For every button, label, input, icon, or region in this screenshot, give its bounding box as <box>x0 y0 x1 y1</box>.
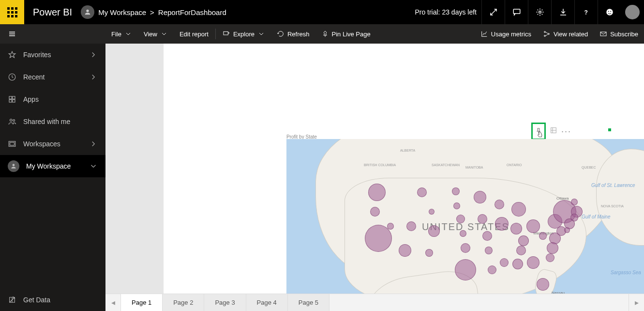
nav-label: Recent <box>23 73 45 81</box>
breadcrumb-workspace[interactable]: My Workspace <box>98 8 146 16</box>
page-tab-5[interactable]: Page 5 <box>288 294 329 311</box>
view-related-button[interactable]: View related <box>537 24 594 44</box>
bubble-wyoming[interactable] <box>429 209 434 215</box>
nav-apps[interactable]: Apps <box>0 88 105 110</box>
usage-metrics-button[interactable]: Usage metrics <box>475 24 537 44</box>
bubble-vermont[interactable] <box>571 199 578 205</box>
bubble-tennessee[interactable] <box>516 246 526 255</box>
bubble-arizona[interactable] <box>399 244 411 257</box>
bubble-florida[interactable] <box>537 278 549 291</box>
bubble-south-dakota[interactable] <box>453 202 460 209</box>
bubble-illinois[interactable] <box>495 217 509 231</box>
svg-point-9 <box>544 35 546 37</box>
water-label: Gulf of St. Lawrence <box>591 183 635 188</box>
nav-favorites[interactable]: Favorites <box>0 44 105 66</box>
focus-icon <box>550 126 557 134</box>
bubble-alabama[interactable] <box>512 259 523 269</box>
view-menu[interactable]: View <box>138 24 174 44</box>
bubble-indiana[interactable] <box>510 223 522 234</box>
bubble-south-carolina[interactable] <box>546 253 554 262</box>
visual-header-icons: ··· <box>531 123 571 140</box>
svg-point-8 <box>544 31 546 33</box>
bubble-wisconsin[interactable] <box>494 200 504 209</box>
feedback-button[interactable] <box>598 0 621 24</box>
bubble-georgia[interactable] <box>527 256 539 269</box>
page-tab-4[interactable]: Page 4 <box>246 294 288 311</box>
svg-point-2 <box>539 11 541 14</box>
file-menu[interactable]: File <box>105 24 138 44</box>
bubble-oregon[interactable] <box>370 207 380 217</box>
report-canvas[interactable]: Profit by State ··· UNITED STATES MEXICO… <box>105 44 644 294</box>
nav-recent[interactable]: Recent <box>0 66 105 88</box>
related-icon <box>543 30 551 38</box>
tab-prev-button[interactable]: ◂ <box>105 294 121 311</box>
bubble-utah[interactable] <box>406 221 416 231</box>
region-label: SASKATCHEWAN <box>432 163 460 167</box>
page-tab-2[interactable]: Page 2 <box>163 294 204 311</box>
bubble-new-mexico[interactable] <box>425 249 433 257</box>
page-tab-1[interactable]: Page 1 <box>121 294 163 311</box>
bubble-north-carolina[interactable] <box>547 242 558 254</box>
region-label: ONTARIO <box>507 163 522 167</box>
bubble-kansas[interactable] <box>460 230 466 237</box>
tab-label: Page 5 <box>299 299 318 306</box>
download-button[interactable] <box>551 0 574 24</box>
focus-mode-button[interactable] <box>550 126 557 136</box>
bubble-texas[interactable] <box>455 259 476 280</box>
bubble-ohio[interactable] <box>526 219 540 233</box>
nav-label: Favorites <box>23 51 51 59</box>
subscribe-button[interactable]: Subscribe <box>594 24 644 44</box>
bubble-michigan[interactable] <box>511 202 526 217</box>
pin-live-page-button[interactable]: Pin Live Page <box>315 24 376 44</box>
map-visual[interactable]: UNITED STATES MEXICO BRITISH COLUMBIA AL… <box>286 139 644 294</box>
bubble-north-dakota[interactable] <box>452 187 460 195</box>
usage-label: Usage metrics <box>491 31 531 38</box>
bubble-west-virginia[interactable] <box>539 232 547 240</box>
nav-my-workspace[interactable]: My Workspace <box>0 155 105 177</box>
bubble-louisiana[interactable] <box>488 265 496 274</box>
bubble-montana[interactable] <box>417 187 427 197</box>
bubble-nevada[interactable] <box>387 223 394 230</box>
nav-workspaces[interactable]: Workspaces <box>0 133 105 155</box>
nav-label: Apps <box>23 95 39 103</box>
svg-text:?: ? <box>584 9 587 16</box>
bubble-mississippi[interactable] <box>500 258 509 267</box>
profile-button[interactable] <box>621 0 644 24</box>
nav-shared[interactable]: Shared with me <box>0 110 105 133</box>
bubble-oklahoma[interactable] <box>461 243 470 253</box>
bubble-colorado[interactable] <box>428 225 440 237</box>
bubble-arkansas[interactable] <box>485 247 493 254</box>
fullscreen-button[interactable] <box>481 0 505 24</box>
svg-point-5 <box>608 11 609 12</box>
notifications-button[interactable] <box>505 0 528 24</box>
chevron-right-icon <box>89 140 98 148</box>
settings-button[interactable] <box>528 0 551 24</box>
breadcrumb-report[interactable]: ReportForDashboard <box>158 8 226 16</box>
page-tab-3[interactable]: Page 3 <box>204 294 246 311</box>
bubble-delaware[interactable] <box>564 227 570 233</box>
nav-get-data[interactable]: Get Data <box>0 289 105 311</box>
refresh-button[interactable]: Refresh <box>271 24 315 44</box>
tab-next-button[interactable]: ▸ <box>629 294 644 311</box>
clock-icon <box>8 73 16 81</box>
bubble-minnesota[interactable] <box>474 191 486 203</box>
help-icon: ? <box>582 8 591 16</box>
bubble-iowa[interactable] <box>478 214 487 224</box>
apps-icon <box>8 95 16 104</box>
nav-toggle-button[interactable] <box>0 24 24 44</box>
bubble-connecticut[interactable] <box>570 214 578 221</box>
bubble-washington[interactable] <box>368 184 386 201</box>
bubble-nebraska[interactable] <box>456 215 465 223</box>
explore-menu[interactable]: Explore <box>217 24 271 44</box>
bubble-missouri[interactable] <box>482 231 492 241</box>
bubble-kentucky[interactable] <box>518 235 529 246</box>
help-button[interactable]: ? <box>574 0 598 24</box>
app-launcher-button[interactable] <box>0 0 24 24</box>
refresh-label: Refresh <box>287 31 310 38</box>
shared-icon <box>8 117 16 126</box>
edit-report-button[interactable]: Edit report <box>174 24 214 44</box>
pin-visual-button[interactable] <box>531 123 546 140</box>
more-options-button[interactable]: ··· <box>561 126 571 137</box>
chevron-down-icon <box>124 30 132 38</box>
hamburger-icon <box>8 30 16 38</box>
